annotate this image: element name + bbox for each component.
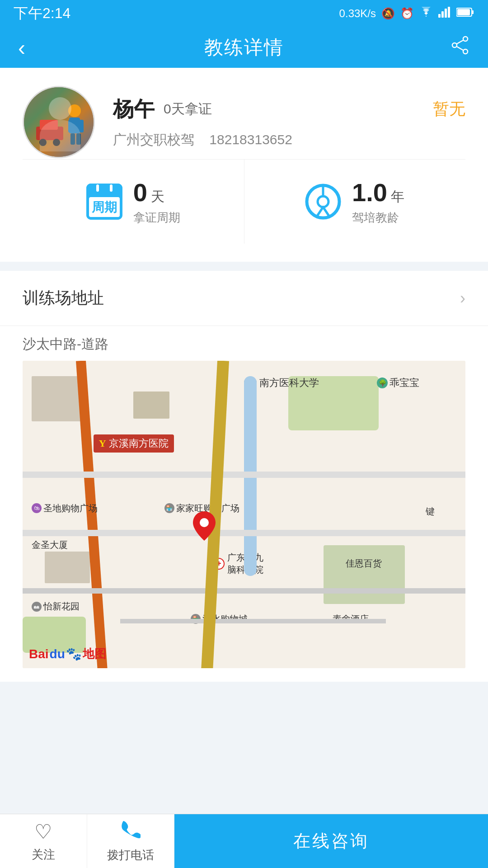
chevron-right-icon: › [460,289,465,308]
call-button[interactable]: 拨打电话 [87,814,174,868]
map-section: 沙太中路-道路 🎓 [0,326,488,682]
heart-icon: ♡ [34,820,52,843]
consult-button[interactable]: 在线咨询 [174,814,488,868]
map-label-guaibaobao: 🌳 乖宝宝 [377,376,419,390]
call-label: 拨打电话 [107,847,154,863]
coach-status: 暂无 [433,98,465,120]
svg-line-11 [457,47,463,50]
map-label-yixin: 🏘 怡新花园 [32,600,80,613]
map-label-jinshen: 金圣大厦 [32,539,68,551]
stats-row: 周期 0 天 拿证周期 [23,159,465,244]
svg-rect-5 [472,10,474,14]
map-container[interactable]: 🎓 南方医科大学 🌳 乖宝宝 Y 京溪南方医院 🛍 圣地购物广场 🏪 家 [23,361,465,668]
coach-cert-days: 0天拿证 [164,100,212,118]
training-address-label: 训练场地址 [23,287,104,309]
building-2 [133,392,169,419]
map-road-label: 沙太中路-道路 [23,335,465,354]
svg-point-7 [463,37,468,41]
green-area-2 [324,545,405,604]
svg-point-16 [68,104,81,117]
experience-stat: 1.0 年 驾培教龄 [244,160,466,244]
experience-label: 驾培教龄 [352,210,404,226]
page-header: ‹ 教练详情 [0,27,488,68]
cert-cycle-label: 拿证周期 [133,210,180,226]
bottom-nav: ♡ 关注 拨打电话 在线咨询 [0,814,488,868]
map-label-shengdi: 🛍 圣地购物广场 [32,502,98,514]
network-speed: 0.33K/s [339,7,376,20]
map-background: 🎓 南方医科大学 🌳 乖宝宝 Y 京溪南方医院 🛍 圣地购物广场 🏪 家 [23,361,465,668]
back-button[interactable]: ‹ [18,35,25,60]
svg-point-15 [53,139,60,146]
baidu-watermark: Baidu 🐾 地图 [29,646,106,662]
svg-line-10 [457,40,463,44]
bottom-nav-left: ♡ 关注 拨打电话 [0,814,174,868]
svg-point-8 [452,43,457,47]
svg-rect-1 [441,11,444,18]
favorite-button[interactable]: ♡ 关注 [0,814,87,868]
signal-icon [438,7,451,20]
coach-name: 杨午 [113,95,155,123]
steering-icon [305,184,341,220]
svg-rect-24 [86,192,122,196]
cert-cycle-text: 0 天 拿证周期 [133,178,180,226]
map-pin [193,511,216,542]
svg-point-30 [318,196,328,207]
mute-icon: 🔕 [381,7,395,20]
svg-line-33 [323,207,328,215]
status-time: 下午2:14 [14,4,70,24]
alarm-icon: ⏰ [400,7,414,20]
building-3 [45,552,90,583]
svg-rect-19 [79,120,84,132]
svg-rect-20 [70,133,75,145]
road-h3 [23,588,465,594]
cert-cycle-stat: 周期 0 天 拿证周期 [23,160,244,244]
status-icons: 0.33K/s 🔕 ⏰ [339,7,474,20]
svg-text:周期: 周期 [91,200,117,214]
avatar [23,86,95,158]
coach-name-row: 杨午 0天拿证 暂无 [113,95,465,123]
share-button[interactable] [450,35,470,60]
section-gap-1 [0,262,488,271]
svg-line-32 [318,207,323,215]
calendar-icon: 周期 [86,184,122,220]
favorite-label: 关注 [32,847,55,863]
cert-cycle-unit: 天 [151,189,164,204]
svg-rect-21 [76,133,81,145]
baidu-paw-icon: 🐾 [66,646,82,661]
svg-point-14 [39,139,47,146]
bottom-spacer [0,682,488,741]
svg-point-9 [463,49,468,54]
experience-text: 1.0 年 驾培教龄 [352,178,404,226]
training-address-row[interactable]: 训练场地址 › [0,271,488,326]
experience-number: 1.0 [352,178,387,207]
status-bar: 下午2:14 0.33K/s 🔕 ⏰ [0,0,488,27]
phone-icon [121,819,141,844]
coach-card: 杨午 0天拿证 暂无 广州交职校驾 18218313652 周期 [0,68,488,262]
svg-point-34 [200,518,209,527]
cert-cycle-number: 0 [133,178,147,207]
svg-rect-13 [40,120,58,130]
battery-icon [456,7,474,20]
road-h4 [120,619,386,623]
hospital-label: Y 京溪南方医院 [94,434,174,453]
page-title: 教练详情 [204,35,284,60]
consult-label: 在线咨询 [293,830,369,853]
coach-details: 杨午 0天拿证 暂无 广州交职校驾 18218313652 [113,95,465,149]
map-label-key: 键 [426,505,435,518]
svg-rect-3 [448,7,450,18]
experience-unit: 年 [391,189,404,204]
svg-rect-6 [457,9,470,15]
map-label-jiaen: 佳恩百货 [346,557,382,570]
coach-info-row: 杨午 0天拿证 暂无 广州交职校驾 18218313652 [23,86,465,158]
svg-rect-2 [445,9,447,18]
svg-rect-18 [68,120,73,132]
svg-rect-27 [96,184,99,192]
svg-rect-0 [438,14,441,18]
road-h1 [23,472,465,478]
wifi-icon [419,7,433,20]
road-h2 [23,530,465,536]
coach-school: 广州交职校驾 18218313652 [113,131,465,149]
svg-rect-28 [110,184,113,192]
